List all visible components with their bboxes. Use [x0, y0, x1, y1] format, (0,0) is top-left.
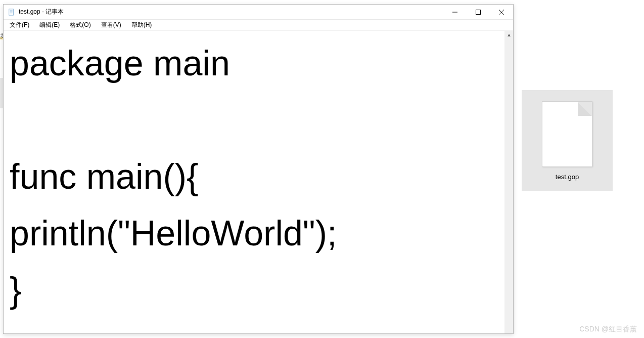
close-button[interactable]: [490, 5, 513, 19]
title-bar-left: test.gop - 记事本: [4, 8, 64, 16]
vertical-scrollbar[interactable]: [504, 31, 513, 333]
svg-rect-6: [476, 10, 481, 14]
menu-help[interactable]: 帮助(H): [128, 20, 155, 30]
text-editor-area[interactable]: package main func main(){ println("Hello…: [4, 31, 504, 333]
desktop-background: 卖 test.gop test.gop - 记事本: [0, 0, 644, 338]
window-title: test.gop - 记事本: [19, 8, 64, 16]
editor-container: package main func main(){ println("Hello…: [4, 31, 513, 333]
menu-format[interactable]: 格式(O): [67, 20, 94, 30]
svg-marker-9: [508, 34, 511, 36]
file-name-label: test.gop: [556, 173, 579, 181]
notepad-app-icon: [8, 8, 16, 16]
menu-file[interactable]: 文件(F): [7, 20, 32, 30]
menu-edit[interactable]: 编辑(E): [36, 20, 63, 30]
watermark-text: CSDN @红目香薰: [579, 325, 637, 334]
minimize-button[interactable]: [443, 5, 467, 19]
scroll-up-arrow-icon[interactable]: [504, 31, 513, 39]
file-icon: [542, 101, 592, 167]
notepad-window: test.gop - 记事本 文件(F) 编辑(E) 格式(O) 查看(V) 帮…: [3, 4, 514, 334]
title-bar[interactable]: test.gop - 记事本: [4, 5, 513, 20]
window-controls: [443, 5, 513, 19]
menu-view[interactable]: 查看(V): [98, 20, 124, 30]
maximize-button[interactable]: [467, 5, 490, 19]
desktop-file-item[interactable]: test.gop: [522, 90, 613, 191]
menu-bar: 文件(F) 编辑(E) 格式(O) 查看(V) 帮助(H): [4, 20, 513, 31]
